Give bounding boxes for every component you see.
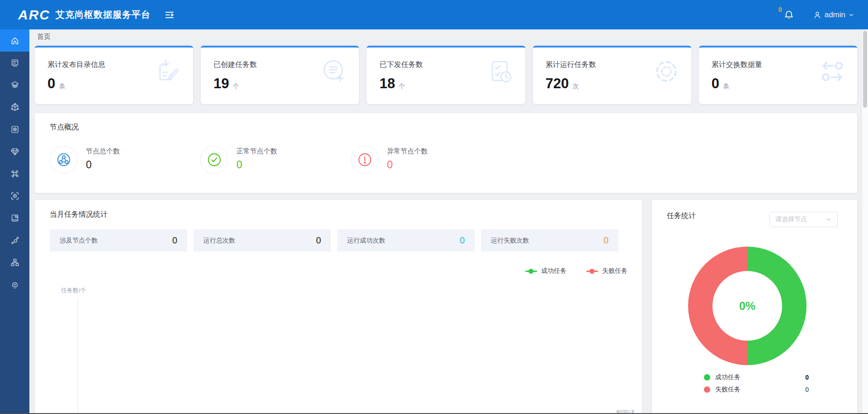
- command-icon: [10, 169, 20, 179]
- stat-card-run-tasks: 累计运行任务数 720 次: [533, 46, 691, 104]
- legend-value: 0: [805, 386, 809, 393]
- card-unit: 个: [233, 82, 239, 90]
- legend-failed-tasks[interactable]: 失败任务: [586, 267, 627, 275]
- sidebar-item-home[interactable]: [0, 29, 29, 52]
- task-donut-chart[interactable]: 0%: [688, 247, 807, 365]
- cube-network-icon: [10, 102, 20, 112]
- donut-center-percentage: 0%: [739, 300, 755, 313]
- notification-button[interactable]: 0: [783, 9, 795, 21]
- card-unit: 次: [572, 82, 579, 90]
- sidebar-item-9[interactable]: [0, 207, 29, 229]
- donut-legend-failed[interactable]: 失败任务 0: [704, 383, 809, 395]
- stat-box-value: 0: [316, 235, 321, 246]
- stat-card-dispatched-tasks: 已下发任务数 18 个: [367, 46, 525, 104]
- chevron-down-icon: [826, 216, 832, 223]
- sidebar-item-11[interactable]: [0, 251, 29, 273]
- notification-badge: 0: [778, 6, 782, 13]
- y-axis-label: 任务数/个: [61, 286, 86, 295]
- node-normal-value: 0: [236, 159, 277, 171]
- node-total-item: 节点总个数 0: [50, 146, 200, 174]
- stat-box-total-runs: 运行总次数 0: [193, 229, 331, 252]
- stat-box-value: 0: [604, 235, 609, 246]
- legend-label: 失败任务: [602, 267, 627, 275]
- sidebar-item-12[interactable]: [0, 273, 29, 295]
- donut-legend-success[interactable]: 成功任务 0: [704, 371, 809, 383]
- card-unit: 条: [59, 82, 65, 90]
- left-nav-sidebar: [0, 29, 29, 414]
- stat-card-published-catalogs: 累计发布目录信息 0 条: [35, 46, 193, 104]
- stat-box-label: 运行成功次数: [347, 237, 385, 245]
- stat-card-created-tasks: 已创建任务数 19 个: [201, 46, 359, 104]
- red-dot-icon: [704, 386, 710, 393]
- sidebar-item-7[interactable]: [0, 162, 29, 185]
- user-menu[interactable]: admin: [813, 10, 854, 19]
- molecule-icon: [10, 235, 20, 245]
- sidebar-item-8[interactable]: [0, 185, 29, 207]
- node-overview-panel: 节点概况 节点总个数 0: [35, 113, 857, 193]
- scrollbar-thumb[interactable]: [863, 31, 867, 108]
- card-value: 0: [47, 76, 55, 92]
- username-label: admin: [825, 10, 845, 19]
- green-dot-icon: [704, 374, 710, 381]
- card-unit: 条: [723, 82, 729, 90]
- stat-box-label: 运行失败次数: [491, 237, 529, 245]
- sidebar-item-10[interactable]: [0, 229, 29, 251]
- y-axis-line: [78, 300, 78, 414]
- card-value: 0: [712, 76, 719, 92]
- sidebar-collapse-button[interactable]: [164, 10, 175, 20]
- vertical-scrollbar[interactable]: [862, 29, 868, 414]
- stat-box-label: 涉及节点个数: [60, 237, 98, 245]
- menu-fold-icon: [164, 10, 175, 20]
- legend-label: 成功任务: [715, 373, 741, 381]
- gem-icon: [10, 147, 20, 157]
- node-cluster-icon: [50, 146, 78, 174]
- node-normal-item: 正常节点个数 0: [200, 146, 351, 174]
- red-line-marker-icon: [586, 271, 598, 272]
- task-created-icon: [321, 58, 347, 85]
- stat-box-success-runs: 运行成功次数 0: [337, 229, 475, 252]
- sidebar-item-4[interactable]: [0, 96, 29, 118]
- monthly-task-panel: 当月任务情况统计 涉及节点个数 0 运行总次数 0 运行成功次数 0: [35, 200, 642, 414]
- sidebar-item-3[interactable]: [0, 74, 29, 96]
- task-dispatched-icon: [487, 58, 514, 85]
- task-running-icon: [653, 58, 679, 85]
- donut-legend: 成功任务 0 失败任务 0: [704, 371, 809, 395]
- stat-box-label: 运行总次数: [203, 237, 235, 245]
- sidebar-item-6[interactable]: [0, 140, 29, 162]
- node-select-dropdown[interactable]: 请选择节点: [769, 212, 838, 227]
- node-overview-title: 节点概况: [50, 123, 857, 132]
- legend-success-tasks[interactable]: 成功任务: [525, 267, 566, 275]
- node-abnormal-value: 0: [387, 159, 428, 171]
- card-value: 18: [379, 76, 395, 92]
- node-abnormal-label: 异常节点个数: [387, 146, 428, 156]
- chevron-down-icon: [848, 12, 854, 18]
- stat-cards-row: 累计发布目录信息 0 条 已创建任务数 19: [35, 46, 857, 104]
- stat-card-exchanged-data: 累计交换数据量 0 条: [699, 46, 857, 104]
- app-title: 艾克尚枢数据服务平台: [56, 9, 151, 21]
- legend-label: 成功任务: [541, 267, 566, 275]
- bell-icon: [783, 9, 795, 21]
- sidebar-item-5[interactable]: [0, 118, 29, 140]
- check-circle-icon: [200, 146, 228, 174]
- warning-circle-icon: [351, 146, 379, 174]
- stat-box-value: 0: [172, 235, 177, 246]
- data-exchange-icon: [819, 58, 845, 85]
- green-line-marker-icon: [525, 271, 537, 272]
- monthly-task-title: 当月任务情况统计: [50, 210, 642, 219]
- stat-box-value: 0: [460, 235, 465, 246]
- line-chart-legend: 成功任务 失败任务: [525, 267, 627, 275]
- top-header: ARC 艾克尚枢数据服务平台 0 admin: [0, 0, 868, 29]
- card-unit: 个: [399, 82, 405, 90]
- arc-logo: ARC: [18, 7, 50, 23]
- document-publish-icon: [155, 58, 181, 85]
- node-total-label: 节点总个数: [86, 146, 120, 156]
- breadcrumb-home-link[interactable]: 首页: [37, 33, 51, 41]
- node-normal-label: 正常节点个数: [236, 146, 277, 156]
- node-total-value: 0: [86, 159, 120, 171]
- card-value: 720: [546, 76, 569, 92]
- alarm-icon: [10, 280, 20, 290]
- document-list-icon: [10, 58, 20, 68]
- breadcrumb: 首页: [29, 29, 868, 44]
- layers-icon: [10, 80, 20, 90]
- sidebar-item-2[interactable]: [0, 52, 29, 74]
